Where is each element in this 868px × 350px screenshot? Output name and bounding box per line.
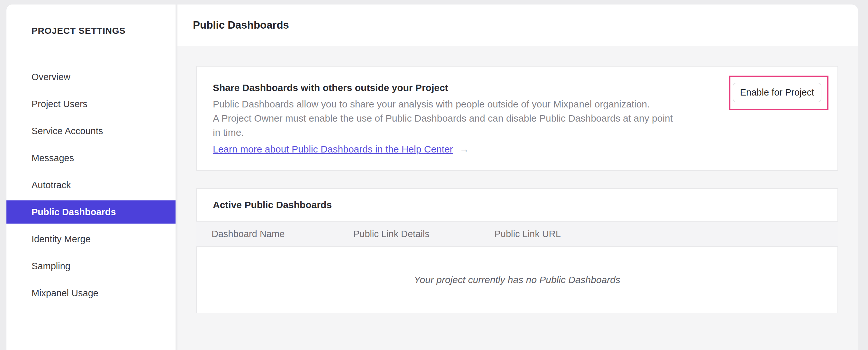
description-line: in time. <box>213 125 673 140</box>
active-dashboards-title: Active Public Dashboards <box>213 189 332 221</box>
sidebar-item-identity-merge[interactable]: Identity Merge <box>6 226 176 253</box>
column-header-public-link-url: Public Link URL <box>494 229 838 239</box>
sidebar-item-project-users[interactable]: Project Users <box>6 90 176 117</box>
help-center-link[interactable]: Learn more about Public Dashboards in th… <box>213 144 453 155</box>
settings-nav: Overview Project Users Service Accounts … <box>6 63 176 307</box>
sidebar-item-overview[interactable]: Overview <box>6 63 176 90</box>
page-title: Public Dashboards <box>193 19 289 31</box>
sidebar-item-autotrack[interactable]: Autotrack <box>6 172 176 199</box>
sidebar-item-public-dashboards[interactable]: Public Dashboards <box>6 199 176 226</box>
sidebar-item-service-accounts[interactable]: Service Accounts <box>6 117 176 144</box>
share-card-heading: Share Dashboards with others outside you… <box>213 82 448 93</box>
description-line: Public Dashboards allow you to share you… <box>213 97 673 111</box>
sidebar-item-sampling[interactable]: Sampling <box>6 253 176 280</box>
column-header-public-link-details: Public Link Details <box>353 229 494 239</box>
page-header: Public Dashboards <box>178 4 858 46</box>
active-public-dashboards-card: Active Public Dashboards Dashboard Name … <box>196 188 838 313</box>
share-card-description: Public Dashboards allow you to share you… <box>213 97 673 140</box>
share-dashboards-card: Share Dashboards with others outside you… <box>196 66 838 171</box>
description-line: A Project Owner must enable the use of P… <box>213 111 673 125</box>
empty-state-message: Your project currently has no Public Das… <box>197 247 837 313</box>
enable-for-project-button[interactable]: Enable for Project <box>733 83 822 102</box>
sidebar-item-messages[interactable]: Messages <box>6 144 176 172</box>
column-header-dashboard-name: Dashboard Name <box>196 229 353 239</box>
project-settings-sidebar: PROJECT SETTINGS Overview Project Users … <box>6 4 176 350</box>
main-content: Share Dashboards with others outside you… <box>178 46 858 350</box>
sidebar-item-mixpanel-usage[interactable]: Mixpanel Usage <box>6 280 176 307</box>
sidebar-title: PROJECT SETTINGS <box>31 26 126 36</box>
dashboards-table-header: Dashboard Name Public Link Details Publi… <box>196 221 838 247</box>
arrow-right-icon: → <box>459 144 469 155</box>
help-center-link-row: Learn more about Public Dashboards in th… <box>213 144 469 155</box>
